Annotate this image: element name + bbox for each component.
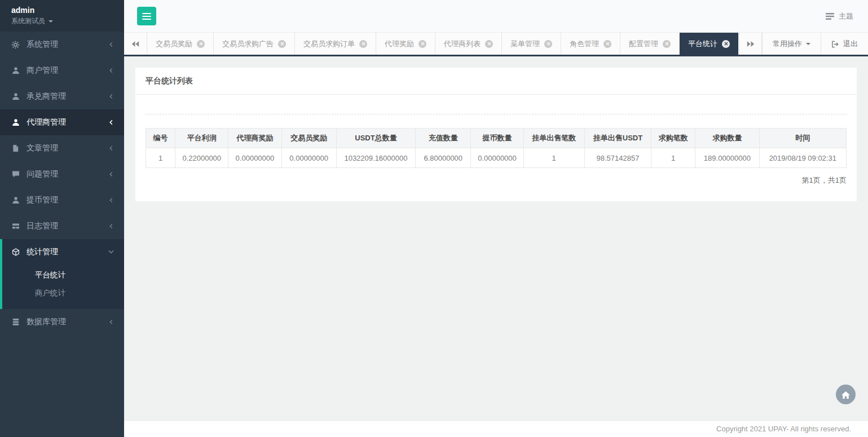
tab-close-icon[interactable] bbox=[359, 40, 367, 48]
user-icon bbox=[11, 92, 20, 101]
sidebar-item-label: 承兑商管理 bbox=[27, 91, 109, 101]
tab-trader-buy-orders[interactable]: 交易员求购订单 bbox=[295, 33, 376, 55]
tab-label: 交易员求购广告 bbox=[222, 39, 274, 49]
caret-down-icon bbox=[806, 43, 810, 45]
table-cell: 0.00000000 bbox=[281, 148, 336, 168]
table-cell: 1 bbox=[651, 148, 695, 168]
chevron-left-icon bbox=[109, 319, 114, 325]
sidebar-item-withdrawal-management[interactable]: 提币管理 bbox=[0, 187, 124, 213]
sidebar-item-label: 商户管理 bbox=[27, 65, 109, 76]
chevron-down-icon bbox=[108, 250, 114, 254]
filter-area bbox=[146, 103, 847, 114]
sidebar-subitem-platform-statistics[interactable]: 平台统计 bbox=[2, 266, 124, 284]
sidebar-item-merchant-management[interactable]: 商户管理 bbox=[0, 58, 124, 83]
sidebar-item-log-management[interactable]: 日志管理 bbox=[0, 213, 124, 239]
tab-trader-buy-ads[interactable]: 交易员求购广告 bbox=[214, 33, 295, 55]
sidebar-item-label: 文章管理 bbox=[27, 143, 109, 153]
column-header: 代理商奖励 bbox=[228, 129, 281, 148]
sidebar-item-label: 统计管理 bbox=[27, 247, 108, 257]
sidebar-item-database-management[interactable]: 数据库管理 bbox=[0, 309, 124, 335]
theme-label: 主题 bbox=[839, 11, 853, 21]
table-cell: 0.00000000 bbox=[228, 148, 281, 168]
tab-close-icon[interactable] bbox=[722, 40, 730, 48]
tab-label: 代理奖励 bbox=[385, 39, 414, 49]
tab-config-management[interactable]: 配置管理 bbox=[620, 33, 680, 55]
sidebar: admin 系统测试员 系统管理 商户管理 承兑商管理 bbox=[0, 0, 124, 437]
file-icon bbox=[11, 144, 20, 153]
table-cell: 1 bbox=[146, 148, 175, 168]
sidebar-subitem-merchant-statistics[interactable]: 商户统计 bbox=[2, 284, 124, 302]
common-actions-dropdown[interactable]: 常用操作 bbox=[762, 33, 821, 55]
tab-close-icon[interactable] bbox=[197, 40, 205, 48]
sidebar-item-statistics-management[interactable]: 统计管理 bbox=[2, 239, 124, 265]
column-header: 编号 bbox=[146, 129, 175, 148]
chevron-left-icon bbox=[109, 223, 114, 229]
column-header: 充值数量 bbox=[416, 129, 471, 148]
table-row: 1 0.22000000 0.00000000 0.00000000 10322… bbox=[146, 148, 847, 168]
user-icon bbox=[11, 196, 20, 205]
sidebar-item-label: 代理商管理 bbox=[27, 117, 109, 127]
sidebar-item-question-management[interactable]: 问题管理 bbox=[0, 161, 124, 187]
double-left-icon bbox=[131, 39, 139, 49]
theme-switcher[interactable]: 主题 bbox=[826, 11, 853, 21]
pagination-info: 第1页，共1页 bbox=[146, 175, 847, 186]
double-right-icon bbox=[747, 39, 755, 49]
content-area: 平台统计列表 编号 平台利润 代理商奖励 交易员奖 bbox=[124, 56, 868, 420]
tab-trader-reward[interactable]: 交易员奖励 bbox=[147, 33, 214, 55]
tab-agent-list[interactable]: 代理商列表 bbox=[435, 33, 502, 55]
tabs-scroll-right-button[interactable] bbox=[739, 33, 762, 55]
table-cell: 0.00000000 bbox=[471, 148, 523, 168]
tab-close-icon[interactable] bbox=[663, 40, 671, 48]
topbar: 主题 bbox=[124, 0, 868, 32]
submenu-item-label: 商户统计 bbox=[35, 288, 65, 298]
user-name: admin bbox=[11, 5, 113, 15]
tab-label: 交易员求购订单 bbox=[303, 39, 355, 49]
sidebar-item-label: 数据库管理 bbox=[27, 317, 109, 327]
sidebar-item-acceptor-management[interactable]: 承兑商管理 bbox=[0, 83, 124, 109]
list-icon bbox=[11, 222, 20, 231]
cube-icon bbox=[11, 248, 20, 257]
back-to-home-button[interactable] bbox=[836, 385, 856, 404]
table-header-row: 编号 平台利润 代理商奖励 交易员奖励 USDT总数量 充值数量 提币数量 挂单… bbox=[146, 129, 847, 148]
footer: Copyright 2021 UPAY- All rights reserved… bbox=[124, 420, 868, 437]
sidebar-item-label: 提币管理 bbox=[27, 195, 109, 205]
user-role-label: 系统测试员 bbox=[11, 16, 45, 26]
column-header: USDT总数量 bbox=[336, 129, 415, 148]
tab-close-icon[interactable] bbox=[278, 40, 286, 48]
panel-title: 平台统计列表 bbox=[135, 68, 857, 95]
tab-close-icon[interactable] bbox=[485, 40, 493, 48]
tab-agent-reward[interactable]: 代理奖励 bbox=[376, 33, 435, 55]
tab-bar: 交易员奖励 交易员求购广告 交易员求购订单 代理奖励 代理商列表 菜单管理 角色… bbox=[124, 32, 868, 56]
statistics-panel: 平台统计列表 编号 平台利润 代理商奖励 交易员奖 bbox=[135, 68, 857, 201]
tab-menu-management[interactable]: 菜单管理 bbox=[502, 33, 561, 55]
tab-label: 菜单管理 bbox=[510, 39, 540, 49]
column-header: 挂单出售笔数 bbox=[523, 129, 584, 148]
sidebar-item-agent-management[interactable]: 代理商管理 bbox=[0, 109, 124, 135]
sidebar-menu: 系统管理 商户管理 承兑商管理 代理商管理 bbox=[0, 32, 124, 335]
chevron-left-icon bbox=[109, 197, 114, 203]
tab-platform-statistics[interactable]: 平台统计 bbox=[680, 33, 738, 55]
tab-close-icon[interactable] bbox=[544, 40, 552, 48]
table-cell: 2019/08/19 09:02:31 bbox=[759, 148, 846, 168]
user-panel: admin 系统测试员 bbox=[0, 0, 124, 32]
tab-role-management[interactable]: 角色管理 bbox=[561, 33, 620, 55]
tab-close-icon[interactable] bbox=[603, 40, 611, 48]
user-role-dropdown[interactable]: 系统测试员 bbox=[11, 16, 113, 26]
sidebar-toggle-button[interactable] bbox=[137, 7, 156, 25]
table-cell: 1032209.16000000 bbox=[336, 148, 415, 168]
panel-body: 编号 平台利润 代理商奖励 交易员奖励 USDT总数量 充值数量 提币数量 挂单… bbox=[135, 95, 857, 201]
table-cell: 1 bbox=[523, 148, 584, 168]
home-icon bbox=[841, 390, 850, 399]
sidebar-item-article-management[interactable]: 文章管理 bbox=[0, 135, 124, 161]
tab-close-icon[interactable] bbox=[418, 40, 426, 48]
logout-button[interactable]: 退出 bbox=[821, 33, 868, 55]
hamburger-icon bbox=[142, 13, 151, 14]
sidebar-item-system-management[interactable]: 系统管理 bbox=[0, 32, 124, 58]
column-header: 求购数量 bbox=[695, 129, 759, 148]
tabs-scroll-left-button[interactable] bbox=[124, 33, 147, 55]
gear-icon bbox=[11, 41, 20, 49]
statistics-submenu: 平台统计 商户统计 bbox=[2, 265, 124, 309]
chevron-left-icon bbox=[109, 42, 114, 47]
chevron-left-icon bbox=[109, 68, 114, 73]
table-cell: 0.22000000 bbox=[175, 148, 228, 168]
